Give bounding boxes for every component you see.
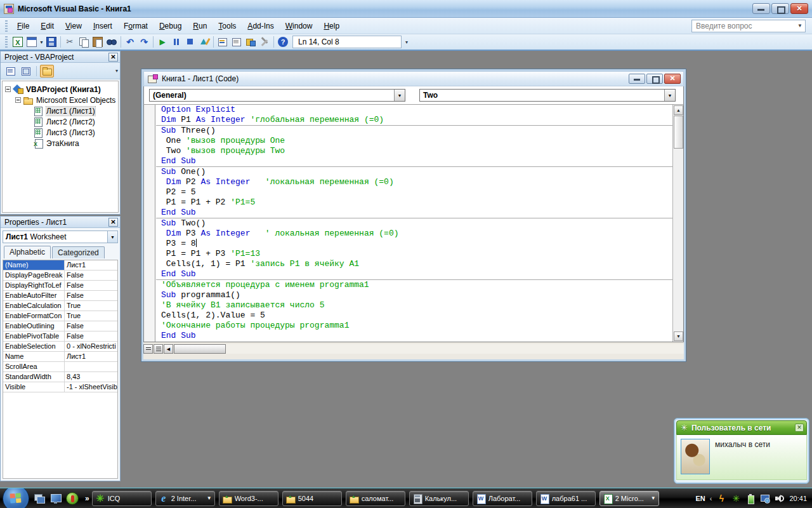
taskbar-button[interactable]: 2 Micro...▼	[599, 491, 659, 506]
full-module-view-button[interactable]	[154, 344, 163, 354]
undo-button[interactable]: ↶	[123, 35, 137, 49]
code-line[interactable]: Sub Two()	[156, 218, 672, 229]
property-value[interactable]: False	[65, 321, 117, 331]
tree-item[interactable]: VBAProject (Книга1)	[3, 84, 118, 95]
properties-window-button[interactable]	[230, 35, 244, 49]
property-row[interactable]: ScrollArea	[3, 362, 117, 372]
code-margin-strip[interactable]	[144, 105, 155, 342]
taskbar-button[interactable]: 5044	[282, 491, 342, 506]
taskbar-button[interactable]: Лаборат...	[473, 491, 532, 506]
icq-tray-icon[interactable]: ✳	[731, 493, 741, 504]
taskbar-button[interactable]: лабра61 ...	[536, 491, 596, 506]
code-line[interactable]: Dim P1 As Integer 'глобальная переменная…	[156, 115, 672, 125]
help-button[interactable]: ?	[276, 35, 290, 49]
property-row[interactable]: DisplayRightToLefFalse	[3, 281, 117, 291]
code-editor[interactable]: Option ExplicitDim P1 As Integer 'глобал…	[143, 104, 684, 342]
code-line[interactable]: Sub Three()	[156, 125, 672, 136]
chevron-down-icon[interactable]: ▼	[394, 90, 405, 101]
code-line[interactable]: Cells(1, 2).Value = 5	[156, 311, 672, 321]
menu-item-edit[interactable]: Edit	[35, 19, 60, 33]
tree-item[interactable]: Лист3 (Лист3)	[3, 127, 118, 138]
horizontal-scroll-thumb[interactable]	[174, 344, 226, 354]
property-value[interactable]: 8,43	[65, 372, 117, 382]
object-browser-button[interactable]	[244, 35, 258, 49]
tray-chevron-icon[interactable]: ‹	[710, 495, 712, 502]
property-value[interactable]: True	[65, 311, 117, 321]
menu-item-debug[interactable]: Debug	[154, 19, 187, 33]
property-value[interactable]: False	[65, 331, 117, 341]
language-indicator[interactable]: EN	[696, 495, 705, 502]
project-panel-close-icon[interactable]: ✕	[108, 53, 118, 62]
tree-item[interactable]: Лист1 (Лист1)	[3, 105, 118, 116]
code-line[interactable]: P1 = P1 + P2 'P1=5	[156, 197, 672, 208]
view-object-button[interactable]	[19, 65, 33, 77]
tab-categorized[interactable]: Categorized	[52, 246, 105, 258]
menu-item-help[interactable]: Help	[318, 19, 345, 33]
code-line[interactable]: P1 = P1 + P3 'P1=13	[156, 249, 672, 259]
code-line[interactable]: Option Explicit	[156, 105, 672, 115]
property-value[interactable]: -1 - xlSheetVisib	[65, 382, 117, 392]
project-explorer-button[interactable]	[216, 35, 230, 49]
property-value[interactable]: Лист1	[65, 352, 117, 361]
property-value[interactable]: 0 - xlNoRestricti	[65, 342, 117, 351]
project-toolbar-overflow-icon[interactable]: ▾	[115, 68, 118, 74]
code-line[interactable]: Dim P2 As Integer 'локальная переменная …	[156, 177, 672, 187]
procedure-dropdown[interactable]: Two ▼	[419, 89, 676, 102]
menu-item-file[interactable]: File	[11, 19, 35, 33]
menu-grip-handle[interactable]	[5, 20, 8, 32]
property-value[interactable]: False	[65, 271, 117, 280]
property-row[interactable]: NameЛист1	[3, 352, 117, 362]
property-row[interactable]: DisplayPageBreakFalse	[3, 271, 117, 281]
battery-icon[interactable]	[745, 493, 756, 504]
scroll-up-icon[interactable]: ▲	[674, 105, 683, 115]
tree-item[interactable]: Лист2 (Лист2)	[3, 116, 118, 127]
find-button[interactable]	[105, 35, 119, 49]
view-microsoft-excel-button[interactable]: X	[11, 35, 25, 49]
code-restore-button[interactable]	[646, 74, 663, 84]
popup-close-icon[interactable]: ✕	[795, 424, 804, 432]
tree-expander-minus-icon[interactable]	[5, 86, 11, 92]
property-row[interactable]: Visible-1 - xlSheetVisib	[3, 382, 117, 392]
code-text-area[interactable]: Option ExplicitDim P1 As Integer 'глобал…	[156, 105, 672, 342]
lightning-icon[interactable]: ϟ	[716, 493, 726, 504]
redo-button[interactable]: ↷	[137, 35, 151, 49]
menu-item-view[interactable]: View	[60, 19, 88, 33]
code-line[interactable]: Cells(1, 1) = P1 'запись P1 в ячейку A1	[156, 259, 672, 269]
break-button[interactable]	[169, 35, 183, 49]
menu-item-format[interactable]: Format	[118, 19, 154, 33]
vertical-scroll-thumb[interactable]	[674, 116, 683, 149]
code-line[interactable]: Sub One()	[156, 166, 672, 177]
code-line[interactable]: P2 = 5	[156, 187, 672, 197]
toolbar-overflow-icon[interactable]: ▾	[403, 39, 410, 45]
code-line[interactable]: 'В ячейку B1 записывается число 5	[156, 300, 672, 311]
scroll-left-icon[interactable]: ◀	[164, 344, 173, 354]
code-line[interactable]: One 'вызов процедуры One	[156, 136, 672, 146]
property-row[interactable]: (Name)Лист1	[3, 260, 117, 271]
code-line[interactable]: Dim P3 As Integer ' локальная переменная…	[156, 229, 672, 239]
code-line[interactable]: 'Окончание работы процедуры programma1	[156, 321, 672, 331]
close-button[interactable]	[790, 3, 808, 14]
scroll-down-icon[interactable]: ▼	[674, 331, 683, 341]
toolbox-button[interactable]	[258, 35, 272, 49]
property-value[interactable]	[65, 362, 117, 371]
code-line[interactable]: End Sub	[156, 331, 672, 341]
switch-windows-icon[interactable]	[49, 492, 62, 505]
menu-item-run[interactable]: Run	[187, 19, 213, 33]
property-row[interactable]: EnableFormatConTrue	[3, 311, 117, 321]
show-desktop-icon[interactable]	[33, 492, 46, 505]
code-line[interactable]: Two 'вызов процедуры Two	[156, 146, 672, 156]
properties-panel-close-icon[interactable]: ✕	[108, 218, 118, 227]
menu-item-insert[interactable]: Insert	[88, 19, 118, 33]
taskbar-button[interactable]: e2 Inter...▼	[155, 491, 215, 506]
property-row[interactable]: EnablePivotTableFalse	[3, 331, 117, 342]
toolbar-grip-handle[interactable]	[5, 36, 8, 48]
code-line[interactable]: End Sub	[156, 156, 672, 166]
taskbar-button[interactable]: Word3-...	[219, 491, 278, 506]
tab-alphabetic[interactable]: Alphabetic	[4, 246, 51, 258]
object-selector-combo[interactable]: Лист1 Worksheet ▼	[3, 231, 118, 243]
copy-button[interactable]	[77, 35, 91, 49]
code-window-title-bar[interactable]: Книга1 - Лист1 (Code)	[143, 71, 684, 86]
chevron-down-icon[interactable]: ▼	[107, 231, 117, 243]
reset-button[interactable]	[183, 35, 197, 49]
icq-orb-icon[interactable]	[66, 492, 79, 505]
